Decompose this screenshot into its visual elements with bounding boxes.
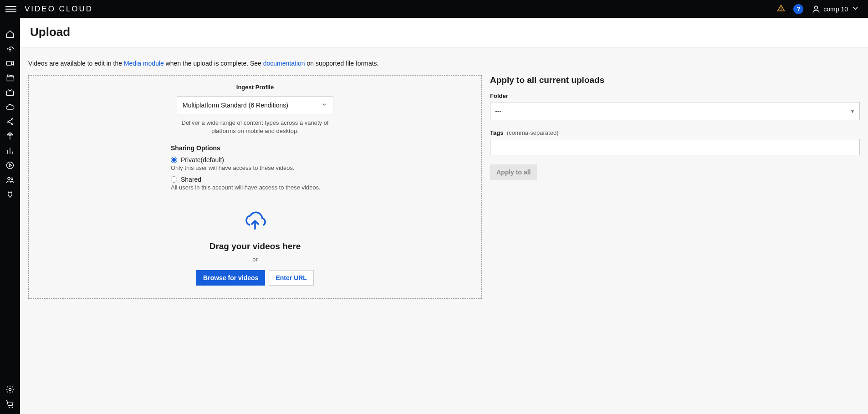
svg-point-2	[815, 6, 818, 9]
dropdown-triangle-icon: ▼	[850, 109, 855, 114]
nav-upload-icon[interactable]	[5, 44, 15, 53]
svg-point-6	[11, 118, 13, 120]
nav-podcast-icon[interactable]	[5, 132, 15, 141]
info-text: Videos are available to edit in the Medi…	[28, 60, 860, 67]
user-name-label: comp 10	[823, 5, 848, 13]
chevron-down-icon	[851, 4, 863, 14]
warning-icon[interactable]	[777, 4, 785, 14]
info-post: on supported file formats.	[305, 60, 379, 67]
sharing-options-label: Sharing Options	[171, 144, 339, 152]
radio-checked-icon	[171, 157, 177, 163]
apply-all-panel: Apply to all current uploads Folder --- …	[490, 75, 860, 180]
apply-all-title: Apply to all current uploads	[490, 75, 860, 85]
info-pre: Videos are available to edit in the	[28, 60, 124, 67]
ingest-profile-label: Ingest Profile	[171, 84, 339, 91]
nav-play-icon[interactable]	[5, 161, 15, 170]
menu-toggle-icon[interactable]	[5, 4, 16, 15]
ingest-profile-select[interactable]: Multiplatform Standard (6 Renditions)	[177, 96, 333, 114]
nav-cart-icon[interactable]	[5, 399, 15, 409]
nav-analytics-icon[interactable]	[5, 146, 15, 155]
ingest-profile-description: Deliver a wide range of content types ac…	[171, 119, 339, 135]
svg-rect-3	[7, 61, 12, 65]
documentation-link[interactable]: documentation	[263, 60, 305, 67]
chevron-down-icon	[321, 102, 327, 109]
cloud-upload-icon	[242, 210, 268, 233]
page-title: Upload	[30, 25, 858, 39]
title-bar: Upload	[20, 18, 868, 48]
svg-point-9	[7, 162, 14, 169]
folder-label: Folder	[490, 92, 860, 99]
svg-point-5	[7, 121, 8, 122]
sharing-private-option[interactable]: Private(default)	[171, 156, 339, 164]
user-menu[interactable]: comp 10	[812, 4, 863, 14]
product-logo: VIDEO CLOUD	[25, 5, 93, 14]
apply-all-button[interactable]: Apply to all	[490, 164, 537, 180]
sharing-shared-option[interactable]: Shared	[171, 176, 339, 183]
folder-value: ---	[495, 107, 501, 115]
sharing-shared-desc: All users in this account will have acce…	[171, 184, 339, 191]
nav-settings-icon[interactable]	[5, 385, 15, 394]
upload-dropzone[interactable]: Ingest Profile Multiplatform Standard (6…	[28, 75, 482, 299]
sharing-shared-label: Shared	[181, 176, 201, 183]
nav-tv-icon[interactable]	[5, 88, 15, 97]
svg-point-12	[9, 388, 11, 391]
nav-share-icon[interactable]	[5, 117, 15, 126]
nav-users-icon[interactable]	[5, 175, 15, 184]
enter-url-button[interactable]: Enter URL	[269, 270, 313, 286]
nav-cloud-icon[interactable]	[5, 102, 15, 112]
or-text: or	[252, 256, 258, 263]
svg-rect-4	[7, 91, 14, 96]
nav-clapper-icon[interactable]	[5, 73, 15, 82]
drag-prompt: Drag your videos here	[209, 241, 301, 251]
sidebar-nav	[0, 18, 20, 414]
nav-camera-icon[interactable]	[5, 59, 15, 68]
info-mid: when the upload is complete. See	[164, 60, 263, 67]
svg-point-7	[11, 123, 13, 124]
nav-home-icon[interactable]	[5, 30, 15, 39]
svg-point-8	[9, 135, 10, 136]
ingest-profile-value: Multiplatform Standard (6 Renditions)	[183, 102, 288, 109]
svg-point-11	[11, 178, 13, 179]
media-module-link[interactable]: Media module	[124, 60, 164, 67]
svg-point-1	[781, 10, 781, 10]
top-bar: VIDEO CLOUD ? comp 10	[0, 0, 868, 18]
folder-select[interactable]: --- ▼	[490, 102, 860, 120]
help-button[interactable]: ?	[793, 4, 803, 14]
sharing-private-label: Private(default)	[181, 156, 224, 164]
sharing-private-desc: Only this user will have access to these…	[171, 164, 339, 171]
radio-unchecked-icon	[171, 176, 177, 183]
tags-label-text: Tags	[490, 129, 503, 136]
main-content: Upload Videos are available to edit in t…	[20, 18, 868, 414]
tags-label: Tags (comma-separated)	[490, 129, 860, 136]
browse-videos-button[interactable]: Browse for videos	[196, 270, 265, 286]
svg-point-10	[8, 177, 10, 179]
tags-input[interactable]	[490, 139, 860, 155]
tags-hint: (comma-separated)	[507, 129, 558, 136]
nav-plug-icon[interactable]	[5, 190, 15, 199]
